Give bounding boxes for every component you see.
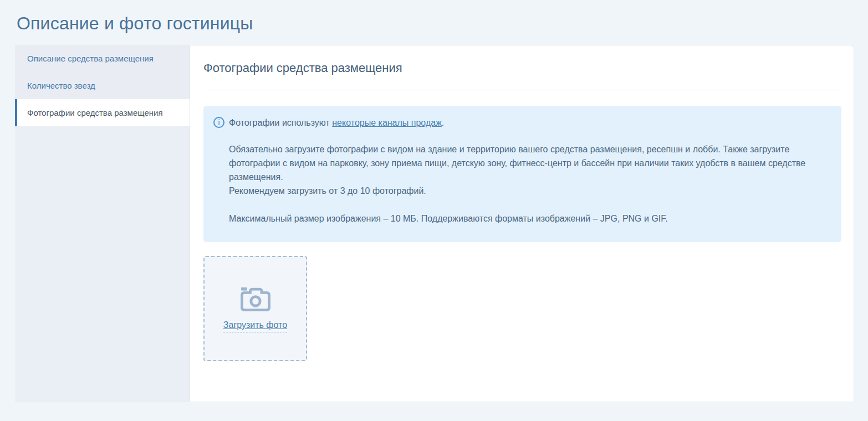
sidebar-item-stars[interactable]: Количество звезд [15,72,190,99]
info-content: Фотографии используют некоторые каналы п… [229,116,826,225]
info-paragraph: Обязательно загрузите фотографии с видом… [229,142,826,198]
upload-photo-link[interactable]: Загрузить фото [223,320,287,332]
camera-icon [239,285,272,315]
section-heading: Фотографии средства размещения [203,61,841,75]
info-intro-line: Фотографии используют некоторые каналы п… [229,116,826,130]
main-layout: Описание средства размещения Количество … [15,45,854,402]
info-size-limits: Максимальный размер изображения – 10 МБ.… [229,212,826,225]
upload-photo-dropzone[interactable]: Загрузить фото [203,256,307,361]
heading-divider [203,90,841,90]
sales-channels-link[interactable]: некоторые каналы продаж [332,118,442,127]
info-recommendation: Рекомендуем загрузить от 3 до 10 фотогра… [229,184,826,198]
info-intro-suffix: . [442,118,444,127]
page-title: Описание и фото гостиницы [0,0,868,45]
sidebar-item-description[interactable]: Описание средства размещения [15,45,190,72]
sidebar-item-photos[interactable]: Фотографии средства размещения [15,99,190,126]
sidebar: Описание средства размещения Количество … [15,45,190,402]
info-upload-requirements: Обязательно загрузите фотографии с видом… [229,142,826,184]
sidebar-filler [15,126,190,402]
info-intro-prefix: Фотографии используют [229,118,332,127]
info-box: i Фотографии используют некоторые каналы… [203,106,841,242]
content-panel: Фотографии средства размещения i Фотогра… [190,45,854,402]
info-icon: i [213,117,224,128]
